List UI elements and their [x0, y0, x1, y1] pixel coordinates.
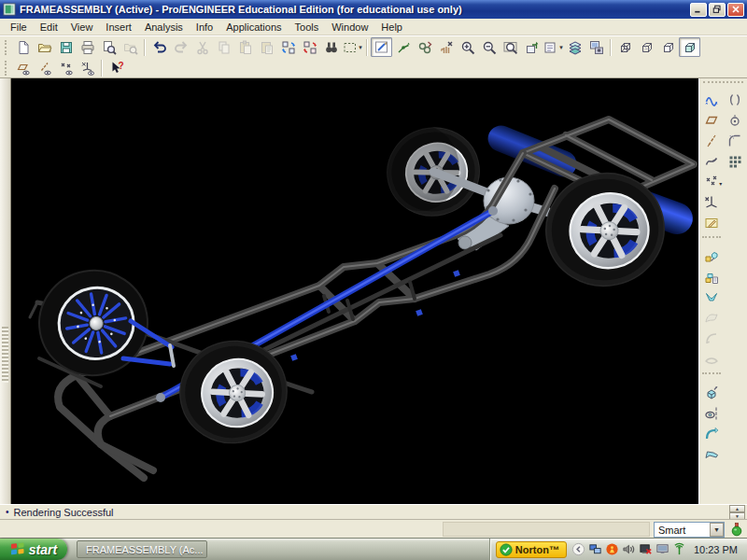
dropdown-arrow-icon[interactable]: ▾	[559, 44, 563, 51]
datum-axis-tool-button[interactable]	[700, 131, 722, 150]
wireframe-button[interactable]	[614, 37, 636, 57]
menu-edit[interactable]: Edit	[34, 20, 64, 35]
copy-button	[213, 37, 234, 57]
dropdown-arrow-icon[interactable]: ▾	[719, 180, 722, 187]
extrude-tool-button[interactable]	[700, 383, 722, 402]
print-preview-button[interactable]	[98, 37, 120, 57]
menu-window[interactable]: Window	[325, 20, 374, 35]
toolbar-grip[interactable]	[5, 40, 9, 55]
combobox-dropdown-button[interactable]: ▼	[710, 523, 724, 537]
tray-wireless[interactable]	[672, 542, 687, 557]
menu-applications[interactable]: Applications	[219, 20, 288, 35]
rib-tool-button[interactable]	[700, 287, 722, 307]
create-component-tool-button[interactable]	[700, 267, 722, 287]
assemble-component-tool-button[interactable]	[700, 246, 722, 266]
pattern-tool-button[interactable]	[725, 151, 746, 171]
undo-button[interactable]	[148, 37, 170, 57]
datum-axes-toggle-icon	[37, 61, 52, 76]
start-button[interactable]: start	[0, 539, 67, 560]
no-hidden-button[interactable]	[657, 37, 679, 57]
menu-analysis[interactable]: Analysis	[138, 20, 190, 35]
shaded-button[interactable]	[679, 37, 700, 57]
revolve-tool-button[interactable]	[700, 403, 722, 423]
datum-planes-toggle-button[interactable]	[12, 58, 34, 77]
paste-button	[234, 37, 256, 57]
swept-blend-tool-button	[700, 308, 722, 328]
datum-curve-tool-icon	[704, 154, 719, 169]
datum-plane-tool-button[interactable]	[700, 110, 722, 130]
round-tool-icon	[727, 133, 742, 148]
tray-volume[interactable]	[622, 542, 637, 557]
tray-security-alert[interactable]	[639, 542, 654, 557]
regenerate-button[interactable]	[277, 37, 299, 57]
round-tool-button[interactable]	[725, 131, 746, 150]
hole-tool-button[interactable]	[725, 110, 746, 130]
close-button[interactable]	[727, 3, 744, 17]
merge-tool-button[interactable]	[725, 90, 746, 109]
find-button[interactable]	[320, 37, 342, 57]
toolchest-col-a: ▾	[699, 90, 724, 465]
restore-button[interactable]	[709, 3, 726, 17]
dropdown-arrow-icon[interactable]: ▾	[359, 44, 362, 51]
window-titlebar[interactable]: FRAMEASSEMBLY (Active) - Pro/ENGINEER Ed…	[0, 0, 747, 19]
print-button[interactable]	[77, 37, 98, 57]
blend-tool-button[interactable]	[700, 444, 722, 464]
refit-button[interactable]	[500, 37, 521, 57]
menu-tools[interactable]: Tools	[289, 20, 326, 35]
select-box-button[interactable]: ▾	[342, 37, 363, 57]
tray-network[interactable]	[588, 542, 603, 557]
repaint-button[interactable]	[371, 37, 392, 57]
close-icon	[730, 4, 741, 15]
datum-csys-tool-button[interactable]	[700, 192, 722, 212]
layers-button[interactable]	[564, 37, 585, 57]
cut-icon	[195, 40, 210, 55]
3d-viewport[interactable]	[11, 78, 698, 504]
style-tool-button[interactable]	[700, 90, 722, 109]
new-file-button[interactable]	[12, 37, 34, 57]
menu-insert[interactable]: Insert	[99, 20, 138, 35]
orient-mode-icon	[417, 40, 432, 55]
layers-icon	[568, 40, 583, 55]
open-button[interactable]	[34, 37, 55, 57]
sweep-tool-button[interactable]	[700, 424, 722, 443]
undo-icon	[152, 40, 167, 55]
datum-axes-toggle-button[interactable]	[34, 58, 55, 77]
save-button[interactable]	[55, 37, 77, 57]
graphics-area[interactable]	[11, 78, 698, 504]
zoom-out-button[interactable]	[478, 37, 500, 57]
sketch-tool-button[interactable]	[700, 213, 722, 232]
sash-handle[interactable]	[2, 327, 8, 383]
toolbar-grip[interactable]	[5, 61, 9, 76]
navigator-sash[interactable]	[0, 78, 11, 504]
menu-file[interactable]: File	[4, 20, 34, 35]
tray-messenger[interactable]	[605, 542, 620, 557]
datum-points-toggle-button[interactable]	[55, 58, 77, 77]
selection-filter-icon[interactable]	[729, 522, 744, 537]
orient-mode-button[interactable]	[414, 37, 435, 57]
menu-help[interactable]: Help	[374, 20, 409, 35]
hidden-line-button[interactable]	[636, 37, 657, 57]
save-display-button[interactable]	[585, 37, 607, 57]
regenerate-custom-button[interactable]	[299, 37, 320, 57]
menu-view[interactable]: View	[64, 20, 100, 35]
datum-csys-toggle-button[interactable]	[77, 58, 98, 77]
datum-point-tool-button[interactable]: ▾	[700, 172, 722, 191]
named-views-button[interactable]: ▾	[543, 37, 564, 57]
minimize-icon	[693, 4, 704, 15]
datum-curve-tool-button[interactable]	[700, 151, 722, 171]
reorient-button[interactable]	[521, 37, 543, 57]
taskbar-task-frameassembly[interactable]: FRAMEASSEMBLY (Ac...	[77, 540, 207, 558]
selection-filter-combobox[interactable]: Smart ▼	[654, 522, 725, 538]
menu-info[interactable]: Info	[190, 20, 219, 35]
drag-select-button[interactable]	[435, 37, 457, 57]
minimize-button[interactable]	[690, 3, 707, 17]
tray-collapse-chevron[interactable]	[571, 542, 586, 557]
message-scroll-up[interactable]: ▲	[729, 505, 745, 512]
norton-badge[interactable]: Norton™	[496, 541, 567, 558]
context-help-button[interactable]: ?	[106, 58, 127, 77]
zoom-in-button[interactable]	[457, 37, 478, 57]
right-toolchest: ▾	[698, 78, 747, 504]
tray-display[interactable]	[655, 542, 670, 557]
spin-center-button[interactable]	[392, 37, 414, 57]
toolchest-grip[interactable]	[703, 81, 743, 87]
